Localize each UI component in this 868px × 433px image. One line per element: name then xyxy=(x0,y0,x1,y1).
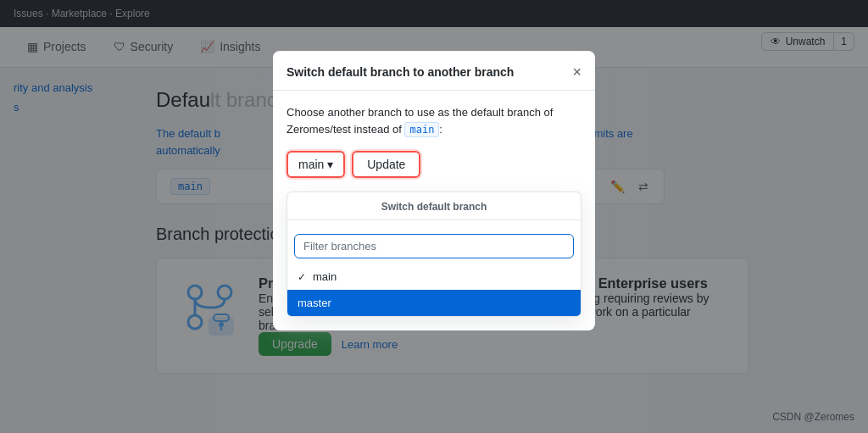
modal-close-button[interactable]: × xyxy=(572,64,581,80)
modal-overlay: Switch default branch to another branch … xyxy=(0,0,868,394)
dropdown-item-master[interactable]: master xyxy=(287,290,581,316)
branch-master-label: master xyxy=(298,297,331,309)
branch-dropdown-button[interactable]: main ▾ xyxy=(287,151,345,178)
modal-header: Switch default branch to another branch … xyxy=(273,51,595,91)
update-button[interactable]: Update xyxy=(352,151,420,178)
dropdown-panel: Switch default branch ✓ main master xyxy=(287,192,581,317)
check-icon: ✓ xyxy=(298,271,306,283)
switch-branch-modal: Switch default branch to another branch … xyxy=(273,51,595,330)
branch-dropdown-label: main ▾ xyxy=(298,158,333,171)
dropdown-panel-header: Switch default branch xyxy=(287,192,581,220)
current-branch-code: main xyxy=(404,122,439,137)
modal-description: Choose another branch to use as the defa… xyxy=(287,104,581,137)
modal-body: Choose another branch to use as the defa… xyxy=(273,91,595,330)
modal-btn-row: main ▾ Update xyxy=(287,151,581,178)
modal-title: Switch default branch to another branch xyxy=(287,65,514,79)
dropdown-item-main[interactable]: ✓ main xyxy=(287,264,581,290)
filter-branches-input[interactable] xyxy=(294,234,574,258)
dropdown-search-wrap xyxy=(287,220,581,264)
branch-main-label: main xyxy=(313,270,337,283)
